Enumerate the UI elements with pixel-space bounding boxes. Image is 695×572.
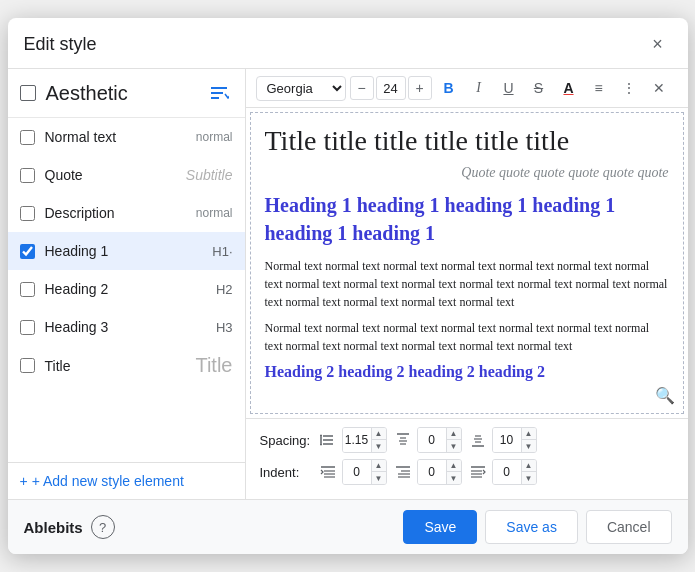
before-spacing-arrows: ▲ ▼ xyxy=(446,428,461,452)
preview-title-text: Title title title title title title xyxy=(265,125,669,157)
save-as-button[interactable]: Save as xyxy=(485,510,578,544)
preview-normal1-text: Normal text normal text normal text norm… xyxy=(265,257,669,311)
heading2-checkbox[interactable] xyxy=(20,282,35,297)
first-indent-input[interactable] xyxy=(418,460,446,484)
style-item-normal-text[interactable]: Normal text normal xyxy=(8,118,245,156)
strikethrough-button[interactable]: S xyxy=(526,75,552,101)
right-indent-down[interactable]: ▼ xyxy=(522,472,536,484)
before-spacing-stepper: ▲ ▼ xyxy=(417,427,462,453)
preview-wrapper: Title title title title title title Quot… xyxy=(250,112,684,414)
italic-button[interactable]: I xyxy=(466,75,492,101)
first-indent-arrows: ▲ ▼ xyxy=(446,460,461,484)
left-indent-icon xyxy=(318,462,338,482)
sort-icon[interactable] xyxy=(205,79,233,107)
description-checkbox[interactable] xyxy=(20,206,35,221)
right-indent-up[interactable]: ▲ xyxy=(522,460,536,472)
after-spacing-input[interactable] xyxy=(493,428,521,452)
after-spacing-down[interactable]: ▼ xyxy=(522,440,536,452)
quote-checkbox[interactable] xyxy=(20,168,35,183)
heading3-tag: H3 xyxy=(216,320,233,335)
title-label: Title xyxy=(45,358,192,374)
after-spacing-group: ▲ ▼ xyxy=(468,427,537,453)
before-spacing-group: ▲ ▼ xyxy=(393,427,462,453)
before-spacing-down[interactable]: ▼ xyxy=(447,440,461,452)
style-header: Aesthetic xyxy=(8,69,245,118)
style-list: Normal text normal Quote Subtitle Descri… xyxy=(8,118,245,462)
heading1-tag: H1· xyxy=(212,244,232,259)
save-button[interactable]: Save xyxy=(403,510,477,544)
before-spacing-up[interactable]: ▲ xyxy=(447,428,461,440)
heading3-label: Heading 3 xyxy=(45,319,212,335)
style-item-quote[interactable]: Quote Subtitle xyxy=(8,156,245,194)
heading3-checkbox[interactable] xyxy=(20,320,35,335)
right-indent-input[interactable] xyxy=(493,460,521,484)
aesthetic-checkbox[interactable] xyxy=(20,85,36,101)
underline-button[interactable]: U xyxy=(496,75,522,101)
title-checkbox[interactable] xyxy=(20,358,35,373)
indent-label: Indent: xyxy=(260,465,312,480)
line-spacing-arrows: ▲ ▼ xyxy=(371,428,386,452)
add-style-button[interactable]: + + Add new style element xyxy=(8,462,245,499)
style-item-heading2[interactable]: Heading 2 H2 xyxy=(8,270,245,308)
quote-label: Quote xyxy=(45,167,182,183)
first-indent-up[interactable]: ▲ xyxy=(447,460,461,472)
right-indent-group: ▲ ▼ xyxy=(468,459,537,485)
heading1-checkbox[interactable] xyxy=(20,244,35,259)
close-button[interactable]: × xyxy=(644,30,672,58)
font-select[interactable]: Georgia xyxy=(256,76,346,101)
spacing-section: Spacing: xyxy=(246,418,688,499)
cancel-button[interactable]: Cancel xyxy=(586,510,672,544)
right-indent-arrows: ▲ ▼ xyxy=(521,460,536,484)
preview-quote-text: Quote quote quote quote quote quote xyxy=(265,165,669,181)
normal-text-label: Normal text xyxy=(45,129,192,145)
right-indent-icon xyxy=(468,462,488,482)
left-indent-up[interactable]: ▲ xyxy=(372,460,386,472)
style-item-title[interactable]: Title Title xyxy=(8,346,245,385)
preview-area: Title title title title title title Quot… xyxy=(251,113,683,413)
bold-button[interactable]: B xyxy=(436,75,462,101)
normal-text-tag: normal xyxy=(196,130,233,144)
more-button[interactable]: ⋮ xyxy=(616,75,642,101)
style-item-heading3[interactable]: Heading 3 H3 xyxy=(8,308,245,346)
right-panel: Georgia − + B I U S A ≡ ⋮ ✕ Title tit xyxy=(246,69,688,499)
after-spacing-icon xyxy=(468,430,488,450)
preview-heading2-text: Heading 2 heading 2 heading 2 heading 2 xyxy=(265,363,669,381)
before-spacing-input[interactable] xyxy=(418,428,446,452)
font-size-increase[interactable]: + xyxy=(408,76,432,100)
first-indent-stepper: ▲ ▼ xyxy=(417,459,462,485)
line-spacing-down[interactable]: ▼ xyxy=(372,440,386,452)
first-indent-down[interactable]: ▼ xyxy=(447,472,461,484)
line-spacing-group: ▲ ▼ xyxy=(318,427,387,453)
before-spacing-icon xyxy=(393,430,413,450)
color-button[interactable]: A xyxy=(556,75,582,101)
align-button[interactable]: ≡ xyxy=(586,75,612,101)
line-spacing-input[interactable] xyxy=(343,428,371,452)
first-indent-icon xyxy=(393,462,413,482)
font-size-control: − + xyxy=(350,76,432,100)
left-panel: Aesthetic Normal text normal xyxy=(8,69,246,499)
spacing-label: Spacing: xyxy=(260,433,312,448)
left-indent-down[interactable]: ▼ xyxy=(372,472,386,484)
dialog-footer: Ablebits ? Save Save as Cancel xyxy=(8,499,688,554)
line-spacing-up[interactable]: ▲ xyxy=(372,428,386,440)
dialog-title: Edit style xyxy=(24,34,97,55)
after-spacing-up[interactable]: ▲ xyxy=(522,428,536,440)
after-spacing-stepper: ▲ ▼ xyxy=(492,427,537,453)
dialog-header: Edit style × xyxy=(8,18,688,69)
clear-format-button[interactable]: ✕ xyxy=(646,75,672,101)
normal-text-checkbox[interactable] xyxy=(20,130,35,145)
quote-tag: Subtitle xyxy=(186,167,233,183)
spacing-row: Spacing: xyxy=(260,427,674,453)
font-size-decrease[interactable]: − xyxy=(350,76,374,100)
zoom-icon[interactable]: 🔍 xyxy=(655,386,675,405)
font-size-input[interactable] xyxy=(376,76,406,100)
heading2-tag: H2 xyxy=(216,282,233,297)
style-item-description[interactable]: Description normal xyxy=(8,194,245,232)
brand-label: Ablebits xyxy=(24,519,83,536)
left-indent-input[interactable] xyxy=(343,460,371,484)
title-tag: Title xyxy=(195,354,232,377)
formatting-toolbar: Georgia − + B I U S A ≡ ⋮ ✕ xyxy=(246,69,688,108)
style-item-heading1[interactable]: Heading 1 H1· xyxy=(8,232,245,270)
help-button[interactable]: ? xyxy=(91,515,115,539)
dialog-body: Aesthetic Normal text normal xyxy=(8,69,688,499)
